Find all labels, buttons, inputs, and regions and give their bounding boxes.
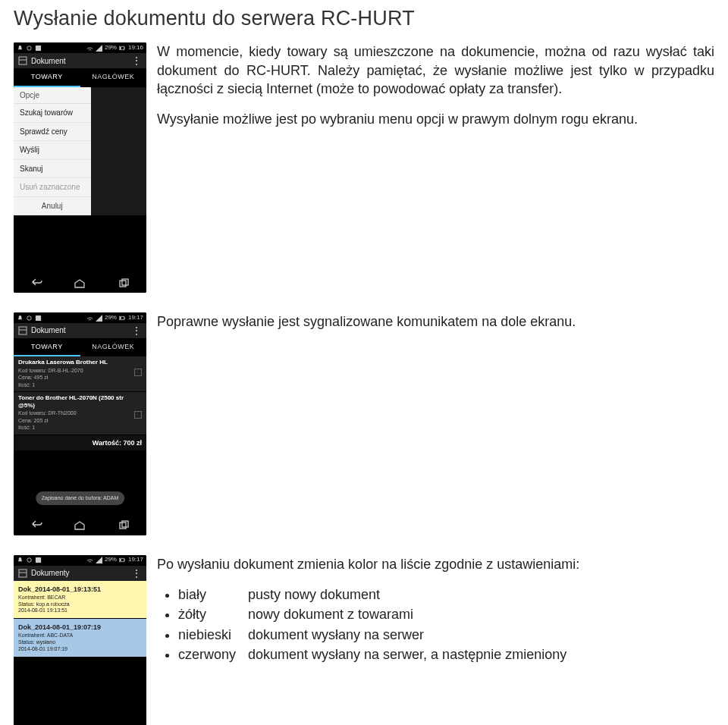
svg-rect-25 — [120, 559, 121, 561]
appbar-title: Dokument — [31, 56, 132, 67]
sync-icon — [26, 315, 33, 322]
app-icon — [35, 557, 42, 563]
page-title: Wysłanie dokumentu do serwera RC-HURT — [14, 5, 714, 32]
svg-rect-24 — [124, 560, 125, 561]
clock-text: 19:16 — [128, 44, 143, 52]
product-price: Cena: 205 zł — [18, 417, 77, 424]
app-cube-icon — [18, 569, 27, 578]
svg-rect-16 — [19, 327, 27, 334]
nav-home-icon[interactable] — [73, 520, 86, 533]
product-code: Kod towaru: DR-TN2000 — [18, 410, 77, 416]
svg-rect-15 — [120, 317, 121, 319]
menu-icon[interactable]: ⋮ — [132, 325, 142, 337]
tab-towary[interactable]: TOWARY — [14, 338, 80, 356]
sync-icon — [26, 557, 33, 563]
svg-rect-6 — [19, 57, 27, 64]
svg-point-0 — [27, 46, 31, 50]
paragraph-1: W momencie, kiedy towary są umieszczone … — [157, 42, 714, 98]
popup-title: Opcje — [14, 87, 91, 105]
nav-recent-icon[interactable] — [118, 520, 131, 533]
svg-marker-12 — [96, 315, 102, 322]
document-list-item-blue[interactable]: Dok_2014-08-01_19:07:19 Kontrahent: ABC-… — [14, 619, 146, 657]
app-cube-icon — [18, 56, 27, 65]
color-legend-list: białypusty nowy dokument żółtynowy dokum… — [178, 585, 714, 664]
battery-icon — [119, 315, 126, 322]
popup-item-search[interactable]: Szukaj towarów — [14, 104, 91, 123]
phone-screenshot-1: 29% 19:16 Dokument ⋮ TOWARY NAGŁÓWEK Opc… — [14, 42, 146, 293]
nav-back-icon[interactable] — [29, 278, 42, 291]
bell-icon — [17, 45, 24, 52]
svg-rect-9 — [122, 279, 128, 285]
doc-title: Dok_2014-08-01_19:13:51 — [18, 585, 142, 594]
product-price: Cena: 495 zł — [18, 374, 83, 381]
popup-item-prices[interactable]: Sprawdź ceny — [14, 123, 91, 142]
popup-item-delete[interactable]: Usuń zaznaczone — [14, 178, 91, 197]
appbar-title: Dokumenty — [31, 568, 132, 579]
product-row[interactable]: Drukarka Laserowa Brother HL Kod towaru:… — [14, 356, 146, 392]
doc-status: Status: wysłano — [18, 639, 142, 646]
wifi-icon — [86, 45, 93, 52]
clock-text: 19:17 — [128, 556, 143, 564]
appbar-title: Dokument — [31, 325, 132, 336]
popup-item-scan[interactable]: Skanuj — [14, 160, 91, 179]
phone-screenshot-2: 29% 19:17 Dokument ⋮ TOWARY NAGŁÓWEK Dru… — [14, 312, 146, 535]
battery-text: 29% — [105, 556, 117, 564]
menu-icon[interactable]: ⋮ — [132, 567, 142, 579]
legend-item-yellow: żółtynowy dokument z towarami — [178, 605, 714, 623]
battery-icon — [119, 557, 126, 563]
product-code: Kod towaru: DR-B-HL-2070 — [18, 367, 83, 374]
sync-icon — [26, 45, 33, 52]
svg-rect-19 — [122, 521, 128, 527]
battery-text: 29% — [105, 44, 117, 52]
battery-text: 29% — [105, 314, 117, 322]
battery-icon — [119, 45, 126, 52]
product-name: Toner do Brother HL-2070N (2500 str @5%) — [18, 394, 142, 409]
paragraph-2: Wysyłanie możliwe jest po wybraniu menu … — [157, 110, 714, 128]
svg-marker-22 — [96, 557, 102, 563]
wifi-icon — [86, 557, 93, 563]
total-value: Wartość: 700 zł — [14, 435, 146, 450]
product-row[interactable]: Toner do Brother HL-2070N (2500 str @5%)… — [14, 392, 146, 435]
doc-date: 2014-08-01 19:13:51 — [18, 607, 142, 614]
app-icon — [35, 45, 42, 52]
popup-item-send[interactable]: Wyślij — [14, 141, 91, 160]
nav-home-icon[interactable] — [73, 278, 86, 291]
signal-icon — [96, 315, 102, 322]
svg-rect-21 — [36, 557, 41, 563]
phone-screenshot-3: 29% 19:17 Dokumenty ⋮ Dok_2014-08-01_19:… — [14, 555, 146, 725]
product-qty: Ilość: 1 — [18, 381, 83, 388]
legend-item-white: białypusty nowy dokument — [178, 585, 714, 604]
toast-message: Zapisano dane do bufora: ADAM — [36, 491, 125, 504]
wifi-icon — [86, 315, 93, 322]
product-qty: Ilość: 1 — [18, 424, 77, 431]
app-icon — [35, 315, 42, 322]
product-checkbox[interactable] — [134, 411, 142, 419]
svg-rect-5 — [120, 47, 121, 49]
popup-item-cancel[interactable]: Anuluj — [14, 197, 91, 216]
svg-rect-18 — [120, 523, 126, 529]
bell-icon — [17, 315, 24, 322]
signal-icon — [96, 45, 102, 52]
paragraph-3: Poprawne wysłanie jest sygnalizowane kom… — [157, 312, 714, 331]
svg-rect-8 — [120, 281, 126, 287]
doc-kontrahent: Kontrahent: ABC-DATA — [18, 632, 142, 639]
doc-status: Status: kop.a robocza — [18, 601, 142, 608]
legend-item-red: czerwonydokument wysłany na serwer, a na… — [178, 645, 714, 664]
svg-rect-26 — [19, 570, 27, 577]
svg-rect-11 — [36, 315, 41, 320]
nav-recent-icon[interactable] — [118, 278, 131, 291]
app-cube-icon — [18, 326, 27, 335]
document-list-item-yellow[interactable]: Dok_2014-08-01_19:13:51 Kontrahent: BECA… — [14, 581, 146, 619]
svg-point-10 — [27, 315, 31, 319]
menu-icon[interactable]: ⋮ — [132, 55, 142, 67]
tab-naglowek[interactable]: NAGŁÓWEK — [80, 68, 147, 86]
product-checkbox[interactable] — [134, 369, 142, 376]
doc-date: 2014-08-01 19:07:19 — [18, 646, 142, 653]
options-popup: Opcje Szukaj towarów Sprawdź ceny Wyślij… — [14, 87, 91, 216]
tab-towary[interactable]: TOWARY — [14, 68, 80, 86]
bell-icon — [17, 557, 24, 563]
nav-back-icon[interactable] — [29, 520, 42, 533]
product-name: Drukarka Laserowa Brother HL — [18, 359, 142, 366]
tab-naglowek[interactable]: NAGŁÓWEK — [80, 338, 147, 356]
svg-point-20 — [27, 558, 31, 562]
